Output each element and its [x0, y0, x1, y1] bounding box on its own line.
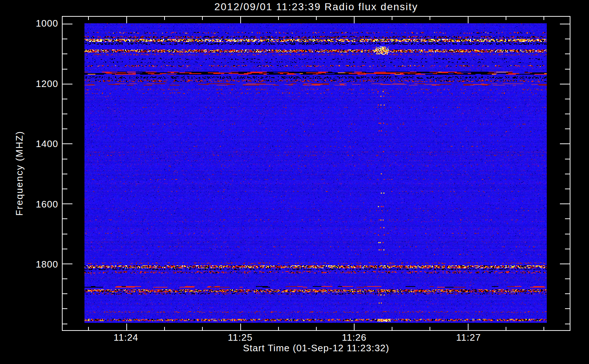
tick-mark: [565, 249, 570, 249]
tick-mark: [164, 17, 165, 20]
tick-mark: [565, 324, 570, 324]
tick-mark: [63, 234, 67, 234]
tick-mark: [63, 174, 67, 174]
tick-mark: [506, 327, 506, 330]
y-tick-label: 1400: [0, 138, 58, 150]
tick-mark: [565, 278, 570, 279]
tick-mark: [63, 69, 67, 70]
spectrogram-canvas: [84, 23, 547, 323]
tick-mark: [565, 159, 570, 159]
tick-mark: [240, 17, 241, 23]
tick-mark: [126, 17, 127, 23]
tick-mark: [202, 327, 203, 330]
tick-mark: [63, 278, 67, 279]
tick-mark: [63, 203, 72, 204]
x-tick-label: 11:24: [100, 332, 151, 343]
tick-mark: [63, 39, 67, 39]
tick-mark: [565, 128, 570, 129]
tick-mark: [565, 69, 570, 70]
tick-mark: [506, 17, 506, 20]
tick-mark: [63, 84, 72, 84]
chart-title: 2012/09/01 11:23:39 Radio flux density: [62, 1, 570, 13]
tick-mark: [392, 327, 392, 330]
tick-mark: [565, 54, 570, 54]
tick-mark: [164, 327, 165, 330]
tick-mark: [63, 293, 67, 294]
tick-mark: [88, 327, 89, 330]
tick-mark: [565, 39, 570, 39]
tick-mark: [430, 327, 430, 330]
tick-mark: [126, 324, 127, 330]
tick-mark: [278, 327, 279, 330]
x-tick-label: 11:27: [443, 332, 494, 343]
tick-mark: [560, 24, 570, 24]
tick-mark: [63, 54, 67, 54]
tick-mark: [392, 17, 392, 20]
y-tick-label: 1000: [0, 17, 58, 29]
tick-mark: [468, 17, 469, 23]
tick-mark: [560, 203, 570, 204]
tick-mark: [316, 17, 317, 20]
tick-mark: [240, 324, 241, 330]
tick-mark: [316, 327, 317, 330]
tick-mark: [354, 324, 355, 330]
tick-mark: [63, 114, 67, 114]
tick-mark: [565, 234, 570, 234]
tick-mark: [88, 17, 89, 20]
x-tick-label: 11:25: [215, 332, 266, 343]
tick-mark: [63, 218, 67, 219]
tick-mark: [63, 249, 67, 249]
x-axis-title: Start Time (01-Sep-12 11:23:32): [62, 343, 570, 354]
tick-mark: [278, 17, 279, 20]
tick-mark: [565, 99, 570, 99]
tick-mark: [354, 17, 355, 23]
tick-mark: [565, 114, 570, 114]
tick-mark: [63, 189, 67, 189]
y-tick-label: 1200: [0, 78, 58, 90]
tick-mark: [560, 143, 570, 144]
tick-mark: [560, 264, 570, 264]
tick-mark: [543, 327, 544, 330]
plot-frame: [62, 16, 570, 331]
tick-mark: [565, 174, 570, 174]
tick-mark: [468, 324, 469, 330]
tick-mark: [565, 293, 570, 294]
tick-mark: [63, 99, 67, 99]
tick-mark: [63, 128, 67, 129]
tick-mark: [565, 218, 570, 219]
tick-mark: [565, 189, 570, 189]
tick-mark: [560, 84, 570, 84]
tick-mark: [543, 17, 544, 20]
tick-mark: [63, 159, 67, 159]
x-tick-label: 11:26: [329, 332, 380, 343]
y-tick-label: 1600: [0, 198, 58, 210]
y-tick-label: 1800: [0, 258, 58, 270]
spectrogram-page: 2012/09/01 11:23:39 Radio flux density F…: [0, 0, 589, 364]
tick-mark: [63, 143, 72, 144]
tick-mark: [202, 17, 203, 20]
tick-mark: [63, 308, 67, 309]
tick-mark: [63, 264, 72, 264]
tick-mark: [430, 17, 430, 20]
tick-mark: [63, 24, 72, 24]
tick-mark: [63, 324, 67, 324]
tick-mark: [565, 308, 570, 309]
